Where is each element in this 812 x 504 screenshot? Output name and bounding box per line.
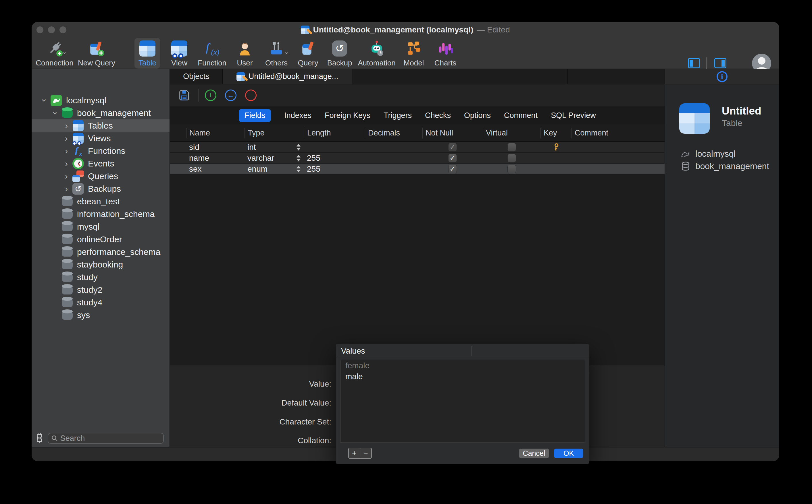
chevron-collapsed-icon[interactable]: › <box>61 134 71 143</box>
value-list-item-female[interactable]: female <box>341 360 585 371</box>
not-null-checkbox-checked[interactable] <box>448 154 457 162</box>
tree-item-localmysql[interactable]: › localmysql <box>32 94 169 107</box>
virtual-checkbox-unchecked[interactable] <box>507 154 516 162</box>
tree-item-ebean-test[interactable]: ebean_test <box>32 195 169 208</box>
field-length-cell[interactable] <box>304 142 365 152</box>
field-key-cell[interactable] <box>540 153 571 163</box>
remove-value-button[interactable]: − <box>360 448 372 459</box>
tree-item-onlineorder[interactable]: onlineOrder <box>32 233 169 246</box>
field-type-cell[interactable]: int <box>245 142 304 152</box>
field-name-cell[interactable]: sid <box>186 142 245 152</box>
tab-comment[interactable]: Comment <box>504 111 537 120</box>
tree-item-book-management[interactable]: › book_management <box>32 107 169 119</box>
field-name-cell[interactable]: sex <box>186 164 245 174</box>
toolbar-button-table[interactable]: Table <box>134 38 160 69</box>
field-type-cell[interactable]: enum <box>245 164 304 174</box>
toolbar-button-new-query[interactable]: New Query <box>74 38 119 69</box>
column-header-length[interactable]: Length <box>304 128 365 138</box>
toolbar-button-model[interactable]: Model <box>400 38 428 69</box>
add-value-button[interactable]: + <box>348 448 360 459</box>
row-handle[interactable] <box>170 142 186 152</box>
field-row-sex-selected[interactable]: sex enum 255 <box>170 164 665 175</box>
tab-indexes[interactable]: Indexes <box>284 111 312 120</box>
tree-item-information-schema[interactable]: information_schema <box>32 208 169 220</box>
value-list-item-male[interactable]: male <box>341 371 585 382</box>
connection-filter-icon[interactable] <box>35 433 44 443</box>
field-type-cell[interactable]: varchar <box>245 153 304 163</box>
tree-item-study[interactable]: study <box>32 271 169 284</box>
tab-sql-preview[interactable]: SQL Preview <box>551 111 596 120</box>
toolbar-button-connection[interactable]: › Connection <box>32 38 78 69</box>
delete-field-button[interactable]: − <box>245 90 257 101</box>
tree-item-queries[interactable]: › Queries <box>32 170 169 183</box>
field-length-cell[interactable]: 255 <box>304 164 365 174</box>
cancel-button[interactable]: Cancel <box>519 449 549 458</box>
tree-item-events[interactable]: › Events <box>32 157 169 170</box>
tree-item-tables[interactable]: › Tables <box>32 119 169 132</box>
tab-options[interactable]: Options <box>464 111 491 120</box>
tab-foreign-keys[interactable]: Foreign Keys <box>325 111 370 120</box>
column-header-name[interactable]: Name <box>186 128 245 138</box>
toolbar-button-function[interactable]: ƒ(x) Function <box>194 38 231 69</box>
ok-button[interactable]: OK <box>554 449 583 458</box>
field-key-cell[interactable] <box>540 142 571 152</box>
tree-item-staybooking[interactable]: staybooking <box>32 258 169 271</box>
chevron-expanded-icon[interactable]: › <box>51 108 60 118</box>
chevron-collapsed-icon[interactable]: › <box>61 147 71 155</box>
tree-item-study2[interactable]: study2 <box>32 284 169 296</box>
toolbar-button-view[interactable]: View <box>166 38 192 69</box>
row-handle[interactable] <box>170 164 186 174</box>
toggle-left-sidebar-button[interactable] <box>688 58 700 68</box>
column-header-type[interactable]: Type <box>245 128 304 138</box>
not-null-checkbox-checked[interactable] <box>448 143 457 152</box>
search-input[interactable] <box>60 434 160 443</box>
tab-fields[interactable]: Fields <box>239 109 271 122</box>
toolbar-button-query[interactable]: Query <box>294 38 322 69</box>
chevron-collapsed-icon[interactable]: › <box>61 121 71 130</box>
field-decimals-cell[interactable] <box>365 142 422 152</box>
field-decimals-cell[interactable] <box>365 153 422 163</box>
toolbar-button-others[interactable]: › Others <box>261 38 292 69</box>
type-stepper[interactable] <box>297 166 301 172</box>
tree-item-sys[interactable]: sys <box>32 309 169 321</box>
field-comment-cell[interactable] <box>571 153 665 163</box>
field-comment-cell[interactable] <box>571 142 665 152</box>
tree-item-performance-schema[interactable]: performance_schema <box>32 246 169 258</box>
field-row-sid[interactable]: sid int <box>170 142 665 153</box>
field-decimals-cell[interactable] <box>365 164 422 174</box>
toolbar-button-user[interactable]: User <box>232 38 258 69</box>
tab-untitled-table[interactable]: Untitled@book_manage... <box>223 69 352 84</box>
tree-item-backups[interactable]: › ↺ Backups <box>32 183 169 195</box>
save-button[interactable] <box>177 89 191 102</box>
column-header-not-null[interactable]: Not Null <box>422 128 483 138</box>
toolbar-button-backup[interactable]: ↺ Backup <box>323 38 356 69</box>
field-name-cell[interactable]: name <box>186 153 245 163</box>
row-handle[interactable] <box>170 153 186 163</box>
field-row-name[interactable]: name varchar 255 <box>170 153 665 164</box>
toolbar-button-automation[interactable]: Automation <box>354 38 400 69</box>
tree-item-study4[interactable]: study4 <box>32 296 169 309</box>
type-stepper[interactable] <box>297 155 301 161</box>
field-key-cell[interactable] <box>540 164 571 174</box>
chevron-expanded-icon[interactable]: › <box>40 96 49 105</box>
type-stepper[interactable] <box>297 144 301 150</box>
chevron-collapsed-icon[interactable]: › <box>61 172 71 181</box>
column-header-comment[interactable]: Comment <box>571 128 665 138</box>
field-comment-cell[interactable] <box>571 164 665 174</box>
column-header-decimals[interactable]: Decimals <box>365 128 422 138</box>
toolbar-button-charts[interactable]: Charts <box>430 38 461 69</box>
chevron-collapsed-icon[interactable]: › <box>61 185 71 193</box>
tab-triggers[interactable]: Triggers <box>384 111 412 120</box>
info-icon[interactable]: i <box>717 71 728 82</box>
virtual-checkbox-unchecked[interactable] <box>507 143 516 152</box>
not-null-checkbox-checked[interactable] <box>448 165 457 173</box>
add-field-button[interactable]: + <box>205 90 217 101</box>
column-header-key[interactable]: Key <box>540 128 571 138</box>
column-header-virtual[interactable]: Virtual <box>483 128 540 138</box>
virtual-checkbox-unchecked[interactable] <box>507 165 516 173</box>
toggle-right-sidebar-button[interactable] <box>714 58 726 68</box>
field-length-cell[interactable]: 255 <box>304 153 365 163</box>
insert-field-button[interactable]: ← <box>225 90 237 101</box>
tab-objects[interactable]: Objects <box>170 69 223 84</box>
chevron-collapsed-icon[interactable]: › <box>61 159 71 168</box>
